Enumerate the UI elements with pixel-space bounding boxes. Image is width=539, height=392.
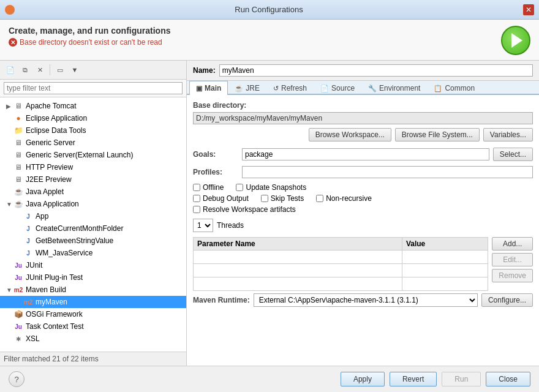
view-menu-button[interactable]: ▼ [68, 63, 81, 77]
tab-content-main: Base directory: Browse Workspace... Brow… [187, 95, 539, 366]
remove-param-button[interactable]: Remove [492, 269, 533, 282]
threads-row: 1 2 4 Threads [193, 219, 533, 232]
list-item[interactable]: 🖥 Generic Server [0, 137, 186, 149]
offline-checkbox-label[interactable]: Offline [193, 183, 224, 192]
debug-output-checkbox[interactable] [193, 195, 200, 202]
item-label: myMaven [36, 298, 67, 306]
header-area: Create, manage, and run configurations ✕… [0, 20, 539, 61]
tab-jre[interactable]: ☕ JRE [228, 81, 266, 95]
item-label: JUnit Plug-in Test [26, 273, 83, 282]
list-item[interactable]: 📁 Eclipse Data Tools [0, 124, 186, 137]
list-item[interactable]: 📦 OSGi Framework [0, 308, 186, 320]
base-dir-label: Base directory: [193, 101, 533, 110]
window-title: Run Configurations [15, 5, 523, 14]
table-row [194, 264, 488, 277]
update-snapshots-label: Update Snapshots [246, 183, 306, 192]
list-item[interactable]: J GetBetweenStringValue [0, 235, 186, 247]
collapse-button[interactable]: ▭ [53, 63, 67, 77]
list-item[interactable]: J CreateCurrentMonthFolder [0, 222, 186, 235]
name-input[interactable] [219, 64, 533, 77]
tab-common[interactable]: 📋 Common [427, 81, 481, 95]
duplicate-button[interactable]: ⧉ [18, 63, 32, 77]
debug-output-checkbox-label[interactable]: Debug Output [193, 194, 249, 203]
param-name-cell [194, 277, 402, 291]
list-item[interactable]: ● Eclipse Application [0, 112, 186, 124]
http-icon: 🖥 [13, 162, 23, 172]
goals-input[interactable] [242, 148, 489, 160]
non-recursive-checkbox-label[interactable]: Non-recursive [316, 194, 372, 203]
maven-runtime-label: Maven Runtime: [193, 296, 250, 304]
browse-workspace-button[interactable]: Browse Workspace... [309, 128, 391, 141]
left-panel: 📄 ⧉ ✕ ▭ ▼ ▶ 🖥 Apache Tomcat [0, 61, 187, 366]
svg-point-0 [7, 7, 13, 13]
delete-button[interactable]: ✕ [33, 63, 47, 77]
item-label: Maven Build [26, 285, 66, 294]
list-item[interactable]: Ju JUnit Plug-in Test [0, 271, 186, 284]
base-dir-input[interactable] [193, 112, 533, 124]
error-message: Base directory doesn't exist or can't be… [20, 38, 162, 47]
xsl-icon: ✱ [13, 334, 23, 344]
skip-tests-checkbox-label[interactable]: Skip Tests [261, 194, 304, 203]
profiles-input[interactable] [242, 166, 533, 178]
apply-button[interactable]: Apply [341, 372, 385, 386]
resolve-workspace-checkbox-label[interactable]: Resolve Workspace artifacts [193, 205, 296, 214]
filter-input[interactable] [4, 82, 183, 94]
list-item[interactable]: ▶ 🖥 Apache Tomcat [0, 100, 186, 112]
configure-button[interactable]: Configure... [481, 293, 533, 307]
add-param-button[interactable]: Add... [492, 237, 533, 251]
list-item[interactable]: 🖥 J2EE Preview [0, 173, 186, 186]
param-value-cell [402, 264, 488, 277]
offline-checkbox[interactable] [193, 184, 200, 191]
java-app-icon: ☕ [13, 199, 23, 209]
skip-tests-checkbox[interactable] [261, 195, 268, 202]
browse-filesystem-button[interactable]: Browse File System... [395, 128, 480, 141]
main-tab-icon: ▣ [196, 85, 202, 92]
help-button[interactable]: ? [9, 371, 24, 387]
list-item[interactable]: m2 myMaven [0, 296, 186, 308]
close-config-button[interactable]: Close [486, 372, 530, 386]
tab-main[interactable]: ▣ Main [189, 81, 228, 95]
goals-row: Goals: Select... [193, 148, 533, 161]
threads-select[interactable]: 1 2 4 [193, 219, 213, 232]
profiles-row: Profiles: [193, 166, 533, 178]
run-button[interactable] [501, 26, 530, 55]
task-icon: Ju [13, 322, 23, 331]
item-label: CreateCurrentMonthFolder [36, 224, 123, 233]
threads-label: Threads [217, 221, 244, 230]
non-recursive-checkbox[interactable] [316, 195, 323, 202]
update-snapshots-checkbox-label[interactable]: Update Snapshots [236, 183, 306, 192]
item-label: WM_JavaService [36, 249, 92, 257]
resolve-workspace-checkbox[interactable] [193, 206, 200, 213]
list-item[interactable]: ▼ ☕ Java Application [0, 198, 186, 210]
param-name-cell [194, 251, 402, 264]
maven-runtime-select[interactable]: External C:\AppServ\apache-maven-3.1.1 (… [254, 293, 478, 307]
bottom-bar: ? Apply Revert Run Close [0, 366, 539, 392]
list-item[interactable]: 🖥 HTTP Preview [0, 161, 186, 173]
tab-environment[interactable]: 🔧 Environment [361, 81, 427, 95]
list-item[interactable]: Ju JUnit [0, 259, 186, 271]
tab-refresh[interactable]: ↺ Refresh [266, 81, 314, 95]
revert-button[interactable]: Revert [390, 372, 437, 386]
list-item[interactable]: ▼ m2 Maven Build [0, 284, 186, 296]
list-item[interactable]: J WM_JavaService [0, 247, 186, 259]
java-icon: J [23, 248, 33, 258]
osgi-icon: 📦 [13, 309, 23, 319]
new-config-button[interactable]: 📄 [4, 63, 17, 77]
parameter-table-section: Parameter Name Value [193, 237, 533, 293]
select-button[interactable]: Select... [493, 148, 533, 161]
server-icon: 🖥 [13, 150, 23, 160]
update-snapshots-checkbox[interactable] [236, 184, 243, 191]
edit-param-button[interactable]: Edit... [492, 253, 533, 266]
close-button[interactable]: ✕ [523, 4, 534, 15]
m2-icon: m2 [23, 297, 33, 307]
list-item[interactable]: Ju Task Context Test [0, 320, 186, 333]
list-item[interactable]: 🖥 Generic Server(External Launch) [0, 149, 186, 161]
variables-button[interactable]: Variables... [483, 128, 533, 141]
list-item[interactable]: ☕ Java Applet [0, 186, 186, 198]
tab-source[interactable]: 📄 Source [314, 81, 361, 95]
list-item[interactable]: ✱ XSL [0, 333, 186, 345]
error-icon: ✕ [9, 38, 17, 47]
server-icon: 🖥 [13, 138, 23, 148]
list-item[interactable]: J App [0, 210, 186, 222]
play-icon [511, 33, 522, 48]
